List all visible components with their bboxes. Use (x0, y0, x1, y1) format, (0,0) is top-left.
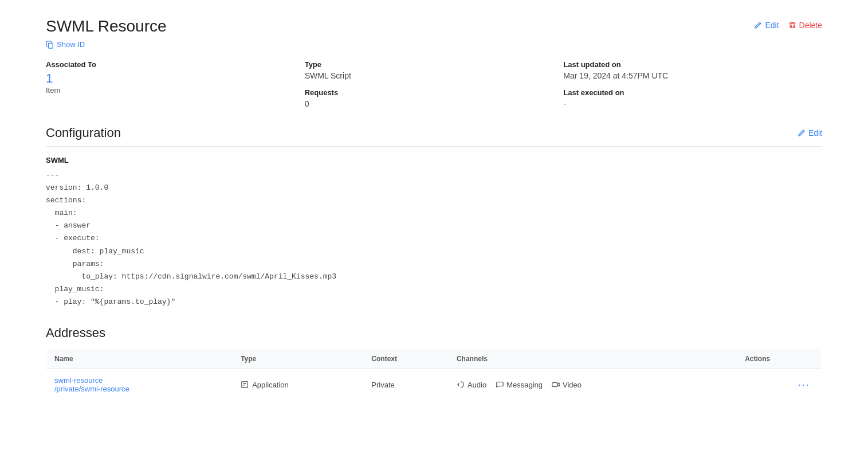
col-context: Context (363, 349, 449, 369)
type-value: SWML Script (305, 71, 564, 80)
audio-icon (457, 381, 465, 389)
col-type: Type (233, 349, 363, 369)
address-type-cell: Application (233, 369, 363, 401)
svg-rect-1 (242, 382, 248, 388)
address-actions-cell: ··· (737, 369, 822, 401)
delete-button[interactable]: Delete (788, 21, 822, 30)
swml-label: SWML (46, 156, 822, 164)
associated-to-block: Associated To 1 Item (46, 60, 305, 108)
table-header-row: Name Type Context Channels Actions (46, 349, 822, 369)
last-updated-value: Mar 19, 2024 at 4:57PM UTC (563, 71, 822, 80)
page-title: SWML Resource (46, 17, 167, 36)
address-channels-cell: AudioMessagingVideo (449, 369, 737, 401)
associated-to-value[interactable]: 1 (46, 71, 305, 86)
addresses-table: Name Type Context Channels Actions swml-… (46, 348, 822, 401)
dates-block: Last updated on Mar 19, 2024 at 4:57PM U… (563, 60, 822, 108)
col-name: Name (46, 349, 233, 369)
copy-icon (46, 41, 54, 49)
last-executed-value: - (563, 99, 822, 108)
type-label: Type (305, 60, 564, 69)
application-icon (241, 381, 249, 389)
edit-button[interactable]: Edit (754, 21, 779, 30)
swml-code: --- version: 1.0.0 sections: main: - ans… (46, 169, 822, 308)
meta-grid: Associated To 1 Item Type SWML Script Re… (46, 60, 822, 108)
col-actions: Actions (737, 349, 822, 369)
configuration-title: Configuration (46, 126, 121, 140)
header-actions: Edit Delete (754, 21, 822, 30)
configuration-header: Configuration Edit (46, 126, 822, 147)
addresses-title: Addresses (46, 326, 822, 340)
page-header: SWML Resource Edit Delete (46, 17, 822, 36)
channel-messaging: Messaging (496, 381, 543, 389)
last-executed-label: Last executed on (563, 88, 822, 97)
address-name-link[interactable]: swml-resource/private/swml-resource (54, 376, 129, 393)
video-icon (552, 381, 560, 389)
requests-label: Requests (305, 88, 564, 97)
svg-rect-0 (48, 43, 53, 48)
channel-audio: Audio (457, 381, 486, 389)
type-block: Type SWML Script Requests 0 (305, 60, 564, 108)
messaging-icon (496, 381, 504, 389)
edit-icon (754, 21, 762, 29)
channel-video: Video (552, 381, 582, 389)
col-channels: Channels (449, 349, 737, 369)
more-actions-button[interactable]: ··· (795, 378, 814, 392)
edit-config-icon (798, 129, 806, 137)
table-row: swml-resource/private/swml-resource Appl… (46, 369, 822, 401)
associated-to-sub: Item (46, 86, 305, 95)
address-context-cell: Private (363, 369, 449, 401)
last-updated-label: Last updated on (563, 60, 822, 69)
requests-value: 0 (305, 99, 564, 108)
trash-icon (788, 21, 796, 29)
addresses-section: Addresses Name Type Context Channels Act… (46, 326, 822, 401)
address-name-cell: swml-resource/private/swml-resource (46, 369, 233, 401)
show-id-button[interactable]: Show ID (46, 40, 85, 49)
svg-point-2 (457, 384, 459, 386)
configuration-edit-button[interactable]: Edit (798, 128, 822, 138)
svg-rect-3 (552, 383, 557, 387)
configuration-section: Configuration Edit SWML --- version: 1.0… (46, 126, 822, 308)
associated-to-label: Associated To (46, 60, 305, 69)
